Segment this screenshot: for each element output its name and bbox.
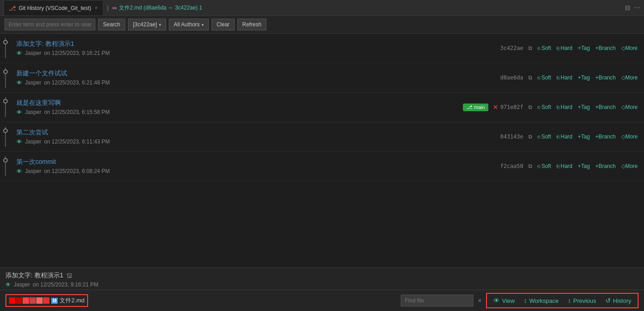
commit-title-2[interactable]: 新建一个文件试试	[16, 69, 495, 78]
soft-icon: ⎋	[537, 75, 541, 80]
color-block-3	[23, 297, 29, 304]
commit-author-4: Jasper	[25, 138, 41, 145]
bottom-commit-title: 添加文字: 教程演示1 🖫	[5, 272, 639, 280]
commit-row: 就是在这里写啊 👁 Jasper on 12/25/2023, 6:15:58 …	[0, 93, 644, 122]
commit-dot	[3, 99, 8, 104]
soft-icon: ⎋	[537, 104, 541, 110]
search-input[interactable]	[5, 19, 95, 30]
soft-icon: ⎋	[537, 163, 541, 169]
file-type-icon-m: M	[51, 298, 58, 304]
hard-reset-5[interactable]: ⎗Hard	[555, 162, 574, 170]
commit-info-4: 第二次尝试 👁 Jasper on 12/25/2023, 6:11:43 PM	[11, 128, 500, 145]
commit-hash-3: 971e02f	[500, 104, 523, 110]
hard-reset-2[interactable]: ⎗Hard	[555, 74, 574, 82]
toolbar: Search [3c422ae] ▾ All Authors ▾ Clear R…	[0, 16, 644, 34]
more-5[interactable]: ◇More	[619, 162, 639, 170]
commit-actions-5: f2caa50 ⧉ ⎋Soft ⎗Hard +Tag +Branch ◇More	[500, 162, 644, 170]
authors-filter-button[interactable]: All Authors ▾	[169, 19, 209, 30]
more-4[interactable]: ◇More	[619, 133, 639, 141]
commit-dot	[3, 40, 8, 44]
copy-hash-4[interactable]: ⧉	[527, 133, 534, 140]
hard-reset-3[interactable]: ⎗Hard	[555, 103, 574, 111]
previous-label: Previous	[573, 297, 596, 304]
eye-icon-1: 👁	[16, 50, 22, 57]
more-3[interactable]: ◇More	[619, 103, 639, 111]
soft-reset-2[interactable]: ⎋Soft	[536, 74, 553, 82]
find-file-close[interactable]: ×	[476, 297, 483, 304]
close-branch-x[interactable]: ✕	[493, 104, 498, 111]
window-controls: ⊟ ⋯	[625, 4, 640, 11]
history-button[interactable]: ↺ History	[602, 296, 635, 306]
commit-row: 添加文字: 教程演示1 👁 Jasper on 12/25/2023, 9:16…	[0, 34, 644, 63]
copy-hash-1[interactable]: ⧉	[527, 44, 534, 52]
add-branch-4[interactable]: +Branch	[594, 133, 618, 141]
commit-dot	[3, 158, 8, 163]
branch-name: main	[474, 104, 485, 110]
add-branch-3[interactable]: +Branch	[594, 103, 618, 111]
commit-title-3[interactable]: 就是在这里写啊	[16, 99, 457, 107]
more-icon[interactable]: ⋯	[634, 4, 640, 11]
view-label: View	[502, 297, 515, 304]
commit-author-1: Jasper	[25, 50, 41, 56]
commit-actions-3: ⎇ main ✕ 971e02f ⧉ ⎋Soft ⎗Hard +Tag +Bra…	[463, 103, 644, 111]
file-entry[interactable]: M 文件2.md	[5, 294, 88, 307]
add-branch-1[interactable]: +Branch	[594, 44, 618, 52]
commit-title-5[interactable]: 第一次commit	[16, 158, 495, 166]
color-block-5	[36, 297, 43, 304]
hard-icon: ⎗	[556, 75, 560, 80]
commit-date-1: on 12/25/2023, 9:16:21 PM	[44, 50, 110, 56]
color-block-4	[29, 297, 36, 304]
diff-tab[interactable]: ⇔ 文件2.md (d8ae6da ↔ 3c422ae) 1	[112, 4, 202, 12]
commit-date-2: on 12/25/2023, 6:21:48 PM	[44, 79, 110, 86]
add-tag-4[interactable]: +Tag	[576, 133, 591, 141]
view-button[interactable]: 👁 View	[490, 296, 518, 306]
tab-bar: ⎇ Git History (VSCode_Git_test) × | ⇔ 文件…	[0, 0, 644, 16]
eye-icon-3: 👁	[16, 109, 22, 116]
add-branch-5[interactable]: +Branch	[594, 162, 618, 170]
soft-reset-3[interactable]: ⎋Soft	[536, 103, 553, 111]
soft-icon: ⎋	[537, 134, 541, 139]
commit-actions-1: 3c422ae ⧉ ⎋Soft ⎗Hard +Tag +Branch ◇More	[500, 44, 644, 52]
git-history-tab-close[interactable]: ×	[94, 5, 98, 11]
add-tag-5[interactable]: +Tag	[576, 162, 591, 170]
git-history-tab[interactable]: ⎇ Git History (VSCode_Git_test) ×	[4, 0, 103, 15]
hard-reset-4[interactable]: ⎗Hard	[555, 133, 574, 141]
color-block-1	[9, 297, 15, 304]
add-tag-2[interactable]: +Tag	[576, 74, 591, 82]
branch-badge-main: ⎇ main	[463, 104, 488, 111]
more-2[interactable]: ◇More	[619, 74, 639, 82]
eye-icon-2: 👁	[16, 79, 22, 86]
previous-icon: ↕	[568, 297, 571, 304]
commit-dot	[3, 69, 8, 74]
find-file-input[interactable]	[401, 295, 473, 306]
commit-title-4[interactable]: 第二次尝试	[16, 128, 495, 137]
add-branch-2[interactable]: +Branch	[594, 74, 618, 82]
add-tag-3[interactable]: +Tag	[576, 103, 591, 111]
refresh-button[interactable]: Refresh	[237, 19, 266, 30]
color-block-6	[43, 297, 49, 304]
branch-filter-button[interactable]: [3c422ae] ▾	[128, 19, 166, 30]
previous-button[interactable]: ↕ Previous	[564, 296, 600, 306]
branch-dropdown-arrow: ▾	[159, 22, 161, 27]
add-tag-1[interactable]: +Tag	[576, 44, 591, 52]
soft-reset-4[interactable]: ⎋Soft	[536, 133, 553, 141]
color-blocks	[9, 297, 49, 304]
soft-reset-1[interactable]: ⎋Soft	[536, 44, 553, 52]
copy-hash-3[interactable]: ⧉	[527, 104, 534, 111]
more-1[interactable]: ◇More	[619, 44, 639, 52]
hard-reset-1[interactable]: ⎗Hard	[555, 44, 574, 52]
bottom-header: 添加文字: 教程演示1 🖫 👁 Jasper on 12/25/2023, 9:…	[0, 268, 644, 290]
commit-title-1[interactable]: 添加文字: 教程演示1	[16, 40, 495, 48]
commit-line-1	[0, 38, 11, 58]
split-icon[interactable]: ⊟	[625, 4, 630, 11]
commit-row: 第二次尝试 👁 Jasper on 12/25/2023, 6:11:43 PM…	[0, 122, 644, 152]
diff-tab-label: 文件2.md (d8ae6da ↔ 3c422ae) 1	[119, 4, 202, 12]
copy-hash-5[interactable]: ⧉	[527, 163, 534, 170]
workspace-button[interactable]: ↕ Workspace	[520, 296, 562, 306]
copy-hash-2[interactable]: ⧉	[527, 74, 534, 81]
soft-reset-5[interactable]: ⎋Soft	[536, 162, 553, 170]
branch-icon: ⎇	[467, 104, 472, 110]
clear-button[interactable]: Clear	[211, 19, 235, 30]
search-button[interactable]: Search	[98, 19, 125, 30]
commit-author-2: Jasper	[25, 79, 41, 86]
